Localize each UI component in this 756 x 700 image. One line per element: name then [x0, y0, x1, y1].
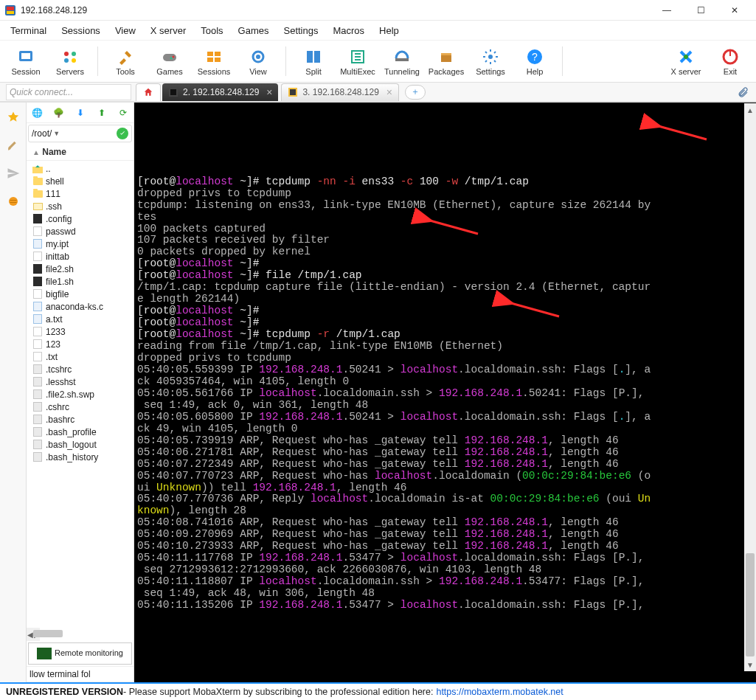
- file-111[interactable]: 111: [32, 187, 133, 200]
- footer-text: - Please support MobaXterm by subscribin…: [123, 687, 433, 697]
- file-name-label: .bash_history: [46, 452, 98, 462]
- toolbar-settings-button[interactable]: Settings: [471, 42, 510, 80]
- attachment-icon[interactable]: [737, 86, 749, 101]
- file---[interactable]: ..: [32, 162, 133, 175]
- quick-connect-input[interactable]: Quick connect...: [6, 84, 131, 100]
- sb-tree-icon[interactable]: 🌳: [52, 106, 66, 119]
- svg-rect-33: [290, 89, 296, 95]
- menu-sessions[interactable]: Sessions: [54, 22, 108, 39]
- toolbar-tools-button[interactable]: Tools: [105, 42, 145, 80]
- file-a-txt[interactable]: a.txt: [32, 313, 133, 325]
- scroll-down-button[interactable]: ▼: [744, 658, 756, 671]
- menu-x-server[interactable]: X server: [143, 22, 193, 39]
- file--cshrc[interactable]: .cshrc: [32, 401, 133, 413]
- toolbar: SessionServersToolsGamesSessionsViewSpli…: [0, 40, 756, 83]
- menu-view[interactable]: View: [108, 22, 143, 39]
- file--bash-logout[interactable]: .bash_logout: [32, 438, 133, 451]
- file--file2-sh-swp[interactable]: .file2.sh.swp: [32, 388, 133, 401]
- menu-terminal[interactable]: Terminal: [3, 22, 54, 39]
- follow-terminal-checkbox[interactable]: llow terminal fol: [27, 666, 133, 682]
- sb-upload-icon[interactable]: ⬆: [95, 106, 108, 119]
- file--bashrc[interactable]: .bashrc: [32, 413, 133, 426]
- tab-close-icon[interactable]: ×: [266, 86, 272, 98]
- script-file-icon: [32, 264, 43, 274]
- svg-rect-35: [32, 167, 43, 173]
- tab-t3[interactable]: 3. 192.168.248.129×: [281, 83, 398, 101]
- file-name-label: .bash_profile: [46, 427, 97, 437]
- menu-help[interactable]: Help: [372, 22, 406, 39]
- chevron-down-icon[interactable]: ▼: [53, 130, 60, 137]
- file--ssh[interactable]: .ssh: [32, 200, 133, 212]
- sidebar-path-input[interactable]: /root/ ▼: [28, 125, 132, 142]
- terminal-line: [root@localhost ~]#: [137, 317, 752, 329]
- toolbar-help-button[interactable]: ?Help: [515, 42, 555, 80]
- file--bash-history[interactable]: .bash_history: [32, 451, 133, 463]
- footer-link[interactable]: https://mobaxterm.mobatek.net: [436, 687, 563, 697]
- file-123[interactable]: 123: [32, 338, 133, 350]
- file-1233[interactable]: 1233: [32, 325, 133, 338]
- file-anaconda-ks-c[interactable]: anaconda-ks.c: [32, 300, 133, 313]
- toolbar-split-button[interactable]: Split: [294, 42, 333, 80]
- file--txt[interactable]: .txt: [32, 350, 133, 363]
- toolbar-tunneling-button[interactable]: Tunneling: [382, 42, 422, 80]
- window-maximize-button[interactable]: ☐: [684, 0, 718, 21]
- toolbar-multiexec-button[interactable]: MultiExec: [338, 42, 378, 80]
- terminal-line: 05:40:06.271781 ARP, Request who-has _ga…: [137, 447, 752, 459]
- globe-icon[interactable]: [6, 194, 21, 209]
- toolbar-exit-label: Exit: [724, 67, 737, 76]
- menu-tools[interactable]: Tools: [193, 22, 230, 39]
- terminal-line: ui Unknown)) tell 192.168.248.1, length …: [137, 482, 752, 494]
- file-inittab[interactable]: inittab: [32, 250, 133, 263]
- file-name-label: .cshrc: [46, 402, 69, 412]
- toolbar-session-button[interactable]: Session: [6, 42, 46, 80]
- file-name-label: shell: [46, 176, 64, 187]
- tab-home[interactable]: [136, 83, 161, 101]
- sb-download-icon[interactable]: ⬇: [74, 106, 87, 119]
- terminal[interactable]: [root@localhost ~]# tcpdump -nn -i ens33…: [134, 103, 756, 682]
- quick-connect-placeholder: Quick connect...: [10, 87, 73, 97]
- file--bash-profile[interactable]: .bash_profile: [32, 426, 133, 438]
- send-icon[interactable]: [6, 166, 21, 181]
- remote-monitoring-button[interactable]: Remote monitoring: [28, 642, 132, 665]
- svg-point-7: [64, 58, 69, 63]
- toolbar-packages-button[interactable]: Packages: [426, 42, 466, 80]
- main-scrollbar[interactable]: ▲ ▼: [744, 103, 756, 671]
- toolbar-sessions-label: Sessions: [198, 67, 231, 76]
- toolbar-settings-label: Settings: [476, 67, 505, 76]
- file-file1-sh[interactable]: file1.sh: [32, 275, 133, 288]
- toolbar-view-button[interactable]: View: [238, 42, 278, 80]
- toolbar-servers-button[interactable]: Servers: [50, 42, 90, 80]
- scroll-thumb[interactable]: [746, 553, 755, 656]
- file-passwd[interactable]: passwd: [32, 225, 133, 238]
- doc-file-icon: [32, 239, 43, 249]
- sb-globe-icon[interactable]: 🌐: [31, 106, 44, 119]
- menu-macros[interactable]: Macros: [325, 22, 372, 39]
- window-close-button[interactable]: ✕: [718, 0, 752, 21]
- toolbar-sessions-button[interactable]: Sessions: [194, 42, 234, 80]
- tab-t2[interactable]: 2. 192.168.248.129×: [162, 83, 278, 101]
- file--config[interactable]: .config: [32, 212, 133, 225]
- file-bigfile[interactable]: bigfile: [32, 288, 133, 300]
- text-file-icon: [32, 352, 43, 362]
- scroll-up-button[interactable]: ▲: [744, 103, 756, 117]
- tab-close-icon[interactable]: ×: [386, 86, 392, 98]
- file-my-ipt[interactable]: my.ipt: [32, 238, 133, 250]
- terminal-line: 107 packets received by filter: [137, 235, 752, 246]
- menu-games[interactable]: Games: [231, 22, 277, 39]
- file--tcshrc[interactable]: .tcshrc: [32, 363, 133, 375]
- window-minimize-button[interactable]: —: [650, 0, 684, 21]
- file--lesshst[interactable]: .lesshst: [32, 375, 133, 388]
- tab-label: 2. 192.168.248.129: [183, 87, 259, 97]
- toolbar-games-button[interactable]: Games: [150, 42, 190, 80]
- file-file2-sh[interactable]: file2.sh: [32, 263, 133, 275]
- toolbar-xserver-button[interactable]: X server: [666, 42, 706, 80]
- sb-refresh-icon[interactable]: ⟳: [117, 106, 130, 119]
- brush-icon[interactable]: [6, 138, 21, 153]
- tab-add-button[interactable]: ＋: [405, 85, 426, 100]
- svg-rect-1: [7, 7, 14, 10]
- favorite-icon[interactable]: [6, 110, 21, 125]
- file-shell[interactable]: shell: [32, 175, 133, 187]
- hscroll-left[interactable]: ◀: [27, 628, 33, 641]
- toolbar-exit-button[interactable]: Exit: [710, 42, 750, 80]
- menu-settings[interactable]: Settings: [277, 22, 326, 39]
